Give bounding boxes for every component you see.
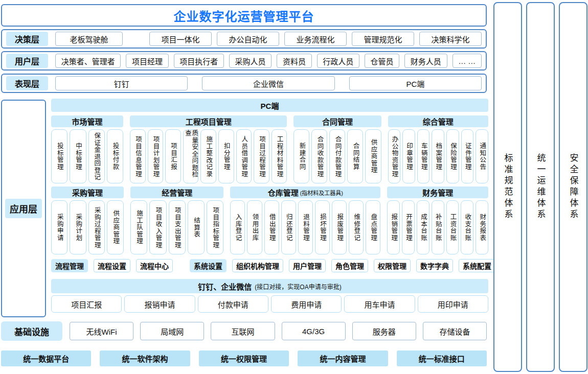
module-card-label: 报废管理 bbox=[336, 214, 343, 241]
module-card: 项目支出管理 bbox=[169, 200, 186, 254]
module-section: 经营管理施工队管理项目收入管理项目支出管理结算表项目指标管理 bbox=[130, 186, 223, 254]
decision-item: 决策科学化 bbox=[419, 32, 482, 46]
module-card: 投标付款 bbox=[107, 129, 123, 183]
infrastructure-label: 基础设施 bbox=[1, 321, 62, 341]
module-card-label: 盘点管理 bbox=[370, 214, 376, 241]
oa-request-item: 用车申请 bbox=[344, 295, 415, 313]
decision-item: 业务流程化 bbox=[284, 32, 347, 46]
dingtalk-wechat-title: 钉钉、企业微信 bbox=[198, 281, 252, 292]
decision-item: 项目一体化 bbox=[149, 32, 212, 46]
user-role-item: 行政人员 bbox=[317, 54, 359, 68]
module-card: 档案管理 bbox=[432, 129, 444, 183]
module-section: 仓库管理(指材料及工器具)入库登记领用出库借出管理归还登记退料管理损坏管理报废管… bbox=[230, 186, 380, 254]
module-card-label: 入库登记 bbox=[234, 214, 241, 241]
module-card-list: 新建合同合同收款管理合同付款管理合同结算供应商管理 bbox=[293, 129, 381, 183]
page-title-text: 企业数字化运营管理平台 bbox=[174, 7, 314, 25]
pc-terminal-band: PC端 bbox=[51, 99, 488, 112]
infrastructure-item: 无线WiFi bbox=[70, 322, 133, 340]
module-card: 成本台账 bbox=[417, 200, 429, 254]
decision-item: 老板驾驶舱 bbox=[55, 32, 123, 46]
module-card-label: 损坏管理 bbox=[319, 214, 326, 241]
module-card-label: 项目指标管理 bbox=[212, 207, 218, 248]
module-card-label: 印章管理 bbox=[405, 143, 412, 170]
module-card: 项目过程管理 bbox=[254, 129, 269, 183]
module-card-label: 车辆管理 bbox=[420, 143, 427, 170]
module-card-label: 财务报表 bbox=[479, 214, 485, 241]
module-section-header: 经营管理 bbox=[130, 186, 223, 198]
badge: 角色管理 bbox=[331, 259, 368, 272]
oa-request-item: 用印申请 bbox=[418, 295, 488, 313]
module-card: 采购申请 bbox=[51, 200, 67, 254]
module-card: 采购计划 bbox=[70, 200, 86, 254]
module-card: 证件管理 bbox=[461, 129, 474, 183]
module-section-title: 采购管理 bbox=[72, 187, 103, 198]
module-section-title: 市场管理 bbox=[72, 116, 103, 127]
module-card: 盘点管理 bbox=[366, 200, 380, 254]
module-card-label: 质量安全问题检查 bbox=[184, 130, 197, 183]
presentation-layer-items: 钉钉企业微信PC端 bbox=[55, 76, 482, 90]
module-section: 综合管理办公物资管理印章管理车辆管理档案管理保险管理证件管理通知公告 bbox=[388, 115, 488, 183]
user-role-item: 采购人员 bbox=[229, 54, 272, 68]
module-card: 领用出库 bbox=[247, 200, 262, 254]
module-card-label: 成本台账 bbox=[420, 214, 426, 241]
dingtalk-wechat-subtitle: (接口对接，实现OA申请与审批) bbox=[255, 282, 341, 291]
module-card-label: 采购计划 bbox=[75, 214, 81, 241]
module-card-label: 借出管理 bbox=[268, 214, 275, 241]
module-card: 采购过程管理 bbox=[88, 200, 105, 254]
module-card-label: 归还登记 bbox=[285, 214, 292, 241]
decision-item: 管理规范化 bbox=[352, 32, 414, 46]
module-card: 人员借调管理 bbox=[236, 129, 252, 183]
user-layer-row: 用户层 决策者、管理者项目经理项目执行者采购人员资料员行政人员仓管员财务人员… … bbox=[1, 51, 487, 71]
module-card: 通知公告 bbox=[476, 129, 488, 183]
module-card: 项目指标管理 bbox=[207, 200, 223, 254]
infrastructure-items: 无线WiFi局域网互联网4G/3G服务器存储设备 bbox=[70, 322, 487, 340]
module-card-label: 采购过程管理 bbox=[94, 207, 100, 248]
module-card: 借出管理 bbox=[264, 200, 279, 254]
module-card: 报废管理 bbox=[332, 200, 347, 254]
module-card: 施工队管理 bbox=[130, 200, 147, 254]
infrastructure-item: 局域网 bbox=[140, 322, 204, 340]
module-section-title: 财务管理 bbox=[422, 187, 453, 198]
presentation-item: 企业微信 bbox=[202, 76, 334, 90]
badge: 组织机构管理 bbox=[232, 259, 283, 272]
module-card-label: 施工整改记录 bbox=[205, 136, 212, 177]
module-card-label: 退料管理 bbox=[302, 214, 309, 241]
presentation-item: 钉钉 bbox=[55, 76, 188, 90]
badge: 流程中心 bbox=[136, 259, 173, 272]
module-section-row-1: 市场管理投标管理中标管理保证金退回登记投标付款工程项目管理项目信息管理项目计划管… bbox=[51, 115, 488, 183]
decision-layer-row: 决策层 老板驾驶舱项目一体化办公自动化业务流程化管理规范化决策科学化 bbox=[1, 29, 487, 49]
module-card-label: 维修登记 bbox=[353, 214, 359, 241]
module-card: 工资台账 bbox=[446, 200, 459, 254]
unified-platform-row: 统一数据平台统一软件架构统一权限管理统一内容管理统一标准接口 bbox=[1, 350, 487, 366]
application-layer-content: PC端 市场管理投标管理中标管理保证金退回登记投标付款工程项目管理项目信息管理项… bbox=[51, 99, 488, 313]
module-card-label: 合同结算 bbox=[352, 143, 358, 170]
module-card: 退料管理 bbox=[298, 200, 313, 254]
decision-item: 办公自动化 bbox=[217, 32, 279, 46]
module-card: 财务报表 bbox=[476, 200, 488, 254]
unified-platform-item: 统一内容管理 bbox=[298, 350, 388, 366]
module-section-title: 仓库管理 bbox=[268, 187, 299, 198]
module-card-label: 项目信息管理 bbox=[134, 136, 141, 177]
module-card-label: 新建合同 bbox=[298, 143, 305, 170]
module-section-title: 综合管理 bbox=[423, 116, 454, 127]
module-card-label: 保险管理 bbox=[449, 143, 456, 170]
module-card-label: 保证金退回登记 bbox=[93, 132, 100, 181]
module-card-label: 补贴台账 bbox=[435, 214, 441, 241]
infrastructure-item: 服务器 bbox=[352, 322, 416, 340]
module-card: 扣分管理 bbox=[218, 129, 234, 183]
module-card-list: 施工队管理项目收入管理项目支出管理结算表项目指标管理 bbox=[130, 200, 223, 254]
module-card: 入库登记 bbox=[230, 200, 245, 254]
module-card: 项目汇报 bbox=[165, 129, 181, 183]
module-card-label: 合同收款管理 bbox=[316, 136, 323, 177]
badge: 流程管理 bbox=[51, 259, 88, 272]
module-section: 采购管理采购申请采购计划采购过程管理供应商管理 bbox=[51, 186, 124, 254]
module-card: 质量安全问题检查 bbox=[183, 129, 199, 183]
page-title: 企业数字化运营管理平台 bbox=[1, 4, 487, 27]
module-section-title: 合同管理 bbox=[322, 116, 353, 127]
module-card-label: 施工队管理 bbox=[135, 210, 142, 245]
module-card-label: 项目收入管理 bbox=[154, 207, 161, 248]
module-section-header: 仓库管理(指材料及工器具) bbox=[230, 186, 380, 198]
module-section-header: 财务管理 bbox=[387, 186, 488, 198]
module-card: 维修登记 bbox=[349, 200, 364, 254]
decision-layer-label: 决策层 bbox=[6, 32, 48, 46]
